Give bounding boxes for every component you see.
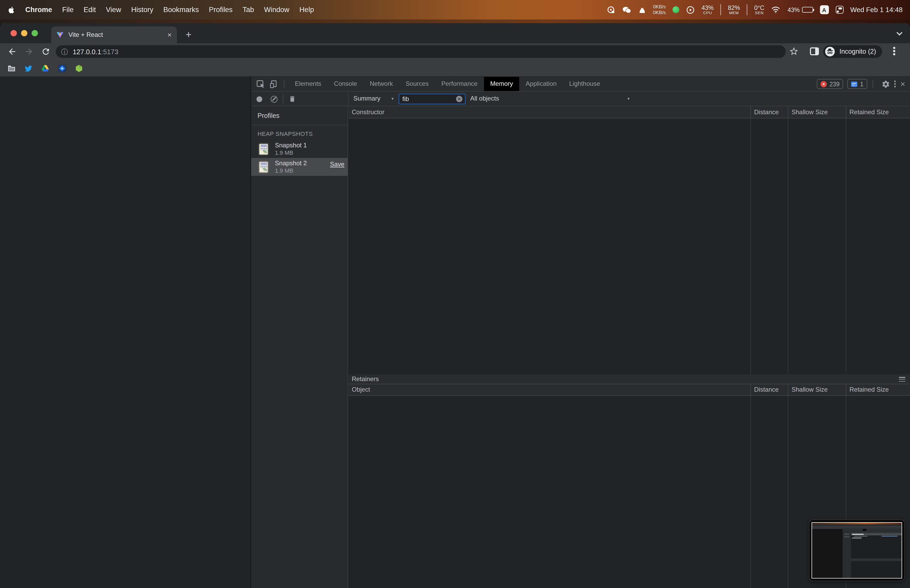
new-tab-button[interactable]: + xyxy=(181,27,196,42)
shortcuts-icon[interactable] xyxy=(836,6,844,14)
menu-file[interactable]: File xyxy=(62,6,74,14)
menu-tab[interactable]: Tab xyxy=(242,6,254,14)
web-page-viewport xyxy=(0,77,250,588)
toolbar-divider xyxy=(283,95,283,103)
column-divider xyxy=(846,118,846,374)
window-zoom-button[interactable] xyxy=(32,30,38,36)
apple-menu-icon[interactable] xyxy=(7,5,15,15)
bookmark-star-icon[interactable] xyxy=(789,46,799,57)
devtools-menu-icon[interactable] xyxy=(894,81,896,87)
wechat-icon[interactable] xyxy=(622,5,631,15)
object-filter-arrow-icon[interactable]: ▼ xyxy=(627,92,630,106)
bookmark-twitter-icon[interactable] xyxy=(24,64,33,73)
clear-profiles-icon[interactable] xyxy=(271,95,278,102)
menu-edit[interactable]: Edit xyxy=(84,6,96,14)
devtools-close-icon[interactable]: × xyxy=(900,80,905,88)
url-text: 127.0.0.1:5173 xyxy=(73,48,118,55)
constructor-column-header[interactable]: Constructor xyxy=(349,106,750,118)
heap-snapshot-icon xyxy=(259,144,268,155)
network-speed[interactable]: 0KB/s 0KB/s xyxy=(653,4,666,15)
browser-menu-icon[interactable] xyxy=(893,47,895,55)
bookmark-drive-icon[interactable] xyxy=(41,64,50,73)
object-column-header[interactable]: Object xyxy=(349,384,750,395)
mini-devtools xyxy=(842,529,902,578)
back-button[interactable] xyxy=(7,47,17,57)
screen-mirror-preview[interactable] xyxy=(809,520,905,581)
forward-button[interactable] xyxy=(24,47,34,57)
menu-help[interactable]: Help xyxy=(299,6,314,14)
battery-percent: 43% xyxy=(787,6,800,13)
devtools-tab-elements[interactable]: Elements xyxy=(289,77,328,91)
cat-icon[interactable] xyxy=(638,5,646,14)
bookmark-jira-icon[interactable] xyxy=(58,64,66,73)
mem-stat[interactable]: 82% MEM xyxy=(728,5,740,15)
clear-filter-icon[interactable]: × xyxy=(456,96,462,102)
error-count-badge[interactable]: ×239 xyxy=(817,79,843,89)
cpu-label: CPU xyxy=(703,11,712,15)
address-bar[interactable]: ⓘ 127.0.0.1:5173 xyxy=(56,45,786,58)
devtools-tab-network[interactable]: Network xyxy=(364,77,399,91)
menu-clock[interactable]: Wed Feb 1 14:48 xyxy=(850,6,903,14)
tab-search-chevron-icon[interactable] xyxy=(897,30,903,36)
devtools-tab-console[interactable]: Console xyxy=(328,77,364,91)
column-divider xyxy=(750,118,751,374)
tab-strip: Vite + React × + xyxy=(0,23,910,43)
retained-size-column-header[interactable]: Retained Size xyxy=(846,384,910,395)
browser-tab[interactable]: Vite + React × xyxy=(51,26,177,43)
snapshot-item-1[interactable]: Snapshot 1 1.9 MB xyxy=(251,140,348,158)
screen-mirror-content xyxy=(811,522,902,578)
input-source-icon[interactable]: A xyxy=(819,5,829,14)
battery-status[interactable]: 43% xyxy=(787,6,813,13)
record-heap-snapshot-button[interactable] xyxy=(257,96,262,102)
devtools-tab-memory[interactable]: Memory xyxy=(484,77,519,91)
snapshot-item-2[interactable]: Snapshot 2 1.9 MB Save xyxy=(251,158,348,176)
site-info-icon[interactable]: ⓘ xyxy=(61,48,68,55)
perspective-select[interactable]: Summary xyxy=(353,92,380,106)
retainers-menu-icon[interactable] xyxy=(899,377,905,382)
devtools-tab-sources[interactable]: Sources xyxy=(399,77,435,91)
inspect-element-icon[interactable] xyxy=(257,80,265,88)
heap-snapshot-grid: Constructor Distance Shallow Size Retain… xyxy=(349,106,910,588)
status-green-dot-icon[interactable] xyxy=(672,6,679,13)
cpu-stat[interactable]: 43% CPU xyxy=(701,5,714,15)
incognito-icon xyxy=(825,46,835,57)
profiles-header: Profiles xyxy=(251,106,348,125)
perspective-select-arrow-icon[interactable]: ▼ xyxy=(391,92,394,106)
play-circle-icon[interactable] xyxy=(686,5,695,14)
bookmark-node-icon[interactable] xyxy=(75,64,83,73)
object-filter-select[interactable]: All objects xyxy=(470,92,499,106)
shallow-size-column-header[interactable]: Shallow Size xyxy=(788,384,846,395)
menu-app-name[interactable]: Chrome xyxy=(25,6,52,14)
devtools-tab-lighthouse[interactable]: Lighthouse xyxy=(563,77,606,91)
dial-lock-icon[interactable] xyxy=(607,5,615,14)
window-close-button[interactable] xyxy=(11,30,17,36)
incognito-badge[interactable]: Incognito (2) xyxy=(823,45,883,58)
menu-profiles[interactable]: Profiles xyxy=(209,6,233,14)
reload-button[interactable] xyxy=(41,47,50,57)
distance-column-header[interactable]: Distance xyxy=(750,384,788,395)
incognito-label: Incognito (2) xyxy=(839,48,876,55)
menu-bookmarks[interactable]: Bookmarks xyxy=(163,6,199,14)
side-panel-icon[interactable] xyxy=(810,47,819,55)
shallow-size-column-header[interactable]: Shallow Size xyxy=(788,106,846,118)
menu-view[interactable]: View xyxy=(106,6,121,14)
class-filter-input[interactable] xyxy=(399,94,466,104)
retained-size-column-header[interactable]: Retained Size xyxy=(846,106,910,118)
menu-window[interactable]: Window xyxy=(264,6,289,14)
distance-column-header[interactable]: Distance xyxy=(750,106,788,118)
save-snapshot-link[interactable]: Save xyxy=(330,161,344,168)
menu-history[interactable]: History xyxy=(131,6,153,14)
message-count-badge[interactable]: 1 xyxy=(848,79,867,89)
message-icon xyxy=(851,81,858,87)
device-toolbar-icon[interactable] xyxy=(270,80,278,88)
window-minimize-button[interactable] xyxy=(21,30,27,36)
devtools-tab-application[interactable]: Application xyxy=(519,77,563,91)
settings-gear-icon[interactable] xyxy=(881,80,890,88)
wifi-icon[interactable] xyxy=(771,6,781,14)
bookmark-folder-icon[interactable] xyxy=(7,64,16,73)
devtools-tab-performance[interactable]: Performance xyxy=(435,77,484,91)
delete-profile-icon[interactable] xyxy=(289,95,296,103)
mini-devtools-tabs xyxy=(842,529,902,530)
tab-close-icon[interactable]: × xyxy=(168,31,172,39)
sensor-stat[interactable]: 0°C SEN xyxy=(754,5,765,15)
